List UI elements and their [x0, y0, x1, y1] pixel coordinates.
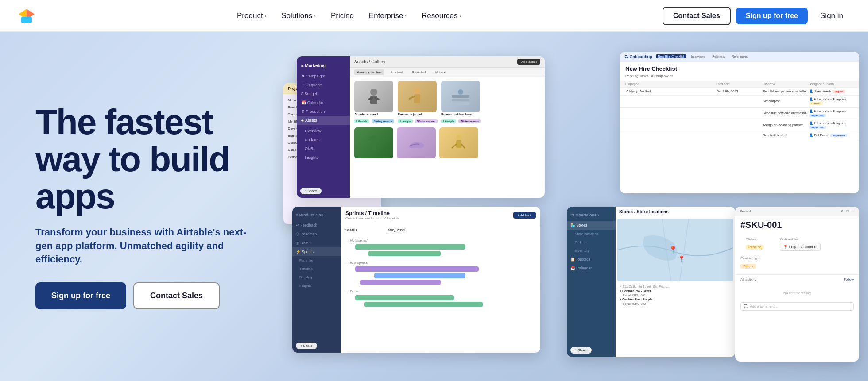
- hero-subtitle: Transform your business with Airtable's …: [35, 226, 257, 266]
- contact-hero-button[interactable]: Contact Sales: [133, 282, 220, 309]
- assignee-priority: 👤 Pat Evasrt Important: [809, 133, 854, 137]
- sidebar-item-backlog[interactable]: Backlog: [292, 273, 341, 281]
- asset-thumb-runner: [398, 81, 437, 112]
- add-task-button[interactable]: Add task: [513, 212, 536, 219]
- share-bar-ops[interactable]: ↑ Share: [570, 347, 592, 354]
- asset-thumb-runner2: [439, 127, 478, 158]
- assets-gallery-title: Assets / Gallery: [354, 59, 385, 64]
- sidebar-item-inventory[interactable]: Inventory: [567, 246, 616, 255]
- nav-links: Product › Solutions › Pricing Enterprise…: [231, 8, 467, 24]
- marketing-sidebar: ≡ Marketing ⚑ Campaigns ↩ Requests $ Bud…: [297, 56, 350, 198]
- sidebar-item-calendar-ops[interactable]: 📅 Calendar: [567, 264, 616, 273]
- sidebar-item-assets[interactable]: ◈ Assets: [297, 116, 350, 125]
- ops-address-main: ✓ 311 California Street, San Franc...: [619, 285, 732, 289]
- nav-enterprise[interactable]: Enterprise ›: [363, 8, 413, 24]
- sidebar-item-feedback[interactable]: ↩ Feedback: [292, 221, 341, 230]
- sidebar-item-campaigns[interactable]: ⚑ Campaigns: [297, 72, 350, 81]
- marketing-card: ≡ Marketing ⚑ Campaigns ↩ Requests $ Bud…: [297, 56, 545, 198]
- sidebar-item-planning[interactable]: Planning: [292, 256, 341, 265]
- sidebar-item-store-locations[interactable]: Store locations: [567, 230, 616, 238]
- sku-product-type-field: Product type Shoes: [735, 254, 859, 271]
- sidebar-item-records[interactable]: 📋 Records: [567, 255, 616, 264]
- sidebar-item-insights[interactable]: Insights: [292, 281, 341, 290]
- tab-more[interactable]: More ▾: [432, 69, 448, 75]
- nav-solutions[interactable]: Solutions ›: [275, 8, 322, 24]
- maximize-icon[interactable]: □: [846, 209, 849, 213]
- sidebar-item-stores[interactable]: 🏪 Stores: [567, 221, 616, 230]
- tab-new-hire-checklist[interactable]: New Hire Checklist: [656, 54, 686, 58]
- hero-title: The fastest way to build apps: [35, 104, 257, 215]
- sidebar-item-okrs[interactable]: OKRs: [297, 144, 350, 153]
- tab-blocked[interactable]: Blocked: [388, 69, 405, 75]
- sidebar-item-overview[interactable]: Overview: [297, 127, 350, 135]
- table-row: Assign on-boarding partner 👤 Hikaru Kubs…: [620, 119, 859, 131]
- logo[interactable]: [18, 7, 35, 25]
- assignee-priority: 👤 Jules Harris Urgent: [809, 89, 854, 93]
- sprint-period-row: Status May 2023: [345, 228, 536, 235]
- nav-pricing[interactable]: Pricing: [325, 8, 360, 24]
- sidebar-item-requests[interactable]: ↩ Requests: [297, 81, 350, 89]
- sidebar-item-calendar[interactable]: 📅 Calendar: [297, 98, 350, 107]
- product-sidebar-title: ≡ Product Ops ›: [292, 211, 341, 221]
- gantt-bar: [374, 273, 465, 278]
- marketing-main: Assets / Gallery Add asset Awaiting revi…: [350, 56, 545, 198]
- sidebar-item-orders[interactable]: Orders: [567, 238, 616, 246]
- nav-product[interactable]: Product ›: [231, 8, 272, 24]
- tab-referrals[interactable]: Referrals: [710, 54, 727, 58]
- share-bar-sprints[interactable]: ↑ Share: [296, 343, 317, 349]
- ops-map: 📍 📍: [617, 219, 733, 281]
- contact-sales-button[interactable]: Contact Sales: [663, 7, 731, 25]
- sidebar-item-insights[interactable]: Insights: [297, 153, 350, 162]
- ops-address: ✓ 311 California Street, San Franc... ∨ …: [616, 283, 735, 307]
- assignee-priority: 👤 Hikaru Kubs-Kingsley Important: [809, 109, 854, 117]
- ops-header: Stores / Store locations: [616, 207, 735, 217]
- sprint-status-not-started: — Not started: [345, 239, 536, 242]
- tab-interviews[interactable]: Interviews: [689, 54, 708, 58]
- comment-icon: 💬: [744, 304, 748, 308]
- svg-rect-11: [452, 95, 469, 98]
- airtable-logo-icon: [18, 7, 35, 25]
- ops-sidebar: 🗂 Operations › 🏪 Stores Store locations …: [567, 207, 616, 357]
- sidebar-item-production[interactable]: ⚙ Production: [297, 107, 350, 116]
- add-asset-button[interactable]: Add asset: [517, 59, 540, 65]
- nav-actions: Contact Sales Sign up for free Sign in: [663, 7, 850, 25]
- sidebar-item-timeline[interactable]: Timeline: [292, 265, 341, 273]
- asset-thumb-bleachers: [441, 81, 480, 112]
- tab-awaiting-review[interactable]: Awaiting review: [354, 69, 384, 75]
- close-icon[interactable]: ✕: [841, 209, 844, 213]
- status-value: Pending: [746, 245, 764, 250]
- follow-button[interactable]: Follow: [844, 277, 854, 281]
- asset-tag-lifestyle2: Lifestyle: [398, 119, 413, 123]
- sku-title: #SKU-001: [735, 216, 859, 234]
- signup-nav-button[interactable]: Sign up for free: [736, 8, 808, 24]
- employee-name: ✓ Myrryn Wolfart: [625, 89, 715, 93]
- nav-resources[interactable]: Resources ›: [415, 8, 467, 24]
- sidebar-item-okrs[interactable]: ◎ OKRs: [292, 239, 341, 247]
- sku-card: Record ✕ □ — #SKU-001 Status Pending Ord…: [735, 207, 859, 362]
- comment-input[interactable]: 💬 Add a comment...: [740, 302, 854, 311]
- sprint-in-progress: — In progress: [345, 261, 536, 285]
- onboarding-card: 🗂 Onboarding New Hire Checklist Intervie…: [620, 52, 859, 193]
- asset-tag-spring: Spring season: [372, 119, 394, 123]
- signin-button[interactable]: Sign in: [813, 7, 850, 25]
- ops-variant-green: ∨ Centaur Pro - Green: [619, 289, 732, 293]
- sidebar-item-sprints[interactable]: ⚡ Sprints: [292, 247, 341, 256]
- sprints-main: Sprints / Timeline Current and next spri…: [341, 207, 540, 353]
- sku-window-controls: ✕ □ —: [841, 209, 855, 213]
- sprint-status-in-progress: — In progress: [345, 261, 536, 265]
- signup-hero-button[interactable]: Sign up for free: [35, 282, 126, 309]
- tab-rejected[interactable]: Rejected: [409, 69, 429, 75]
- asset-tag-lifestyle: Lifestyle: [354, 119, 369, 123]
- svg-point-13: [458, 89, 463, 95]
- sidebar-item-updates[interactable]: Updates: [297, 135, 350, 144]
- share-bar-marketing[interactable]: ↑ Share: [300, 188, 322, 194]
- start-date: Oct 28th, 2023: [717, 89, 761, 93]
- objective: Send gift basket: [763, 133, 807, 137]
- sidebar-item-roadmap[interactable]: ⬡ Roadmap: [292, 230, 341, 239]
- sidebar-item-budget[interactable]: $ Budget: [297, 89, 350, 98]
- asset-item: [397, 127, 436, 158]
- minimize-icon[interactable]: —: [851, 209, 855, 213]
- objective: Schedule new-hire orientation: [763, 111, 807, 115]
- col-assignee: Assignee / Priority: [809, 82, 854, 85]
- tab-references[interactable]: References: [730, 54, 750, 58]
